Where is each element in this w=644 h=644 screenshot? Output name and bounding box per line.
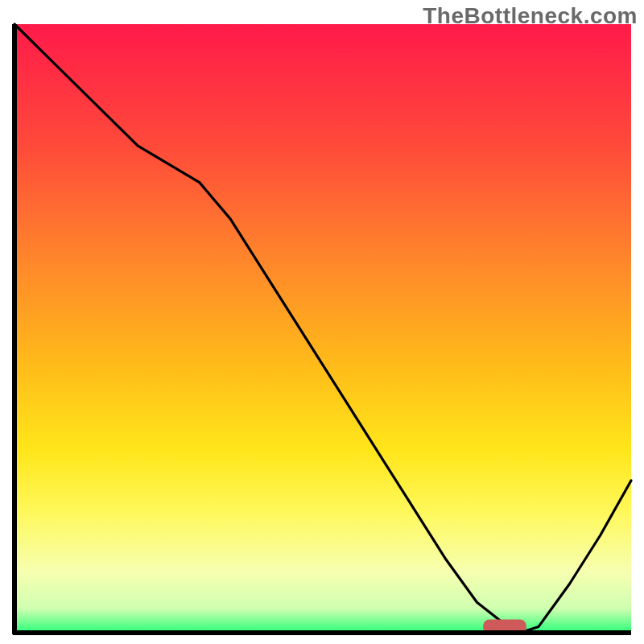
chart-container: TheBottleneck.com [0,0,644,644]
chart-svg [0,0,644,644]
